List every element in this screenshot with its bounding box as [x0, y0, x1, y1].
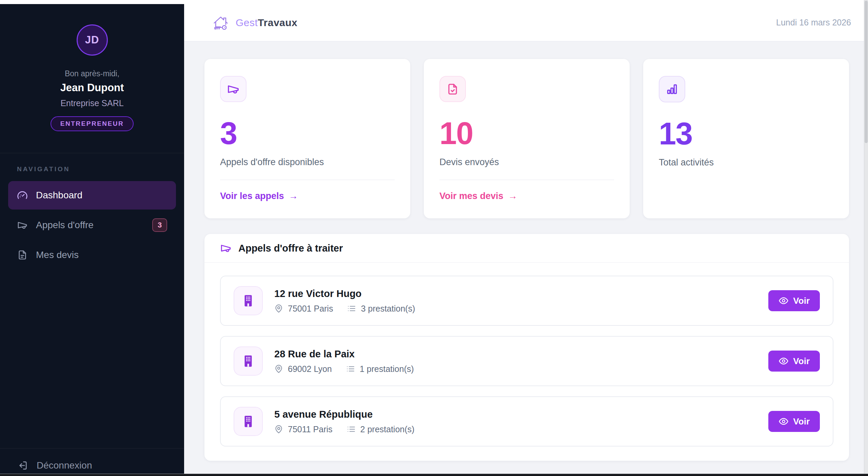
sidebar-nav: NAVIGATION Dashboard Appels d'offre 3 Me… — [0, 153, 184, 271]
voir-les-appels-link[interactable]: Voir les appels → — [220, 191, 395, 201]
user-name: Jean Dupont — [0, 82, 184, 94]
offer-info: 12 rue Victor Hugo 75001 Paris 3 prestat… — [274, 288, 415, 314]
stat-value: 13 — [659, 118, 833, 149]
sidebar-item-mes-devis[interactable]: Mes devis — [8, 241, 176, 269]
arrow-right-icon: → — [508, 191, 517, 201]
voir-button[interactable]: Voir — [768, 411, 820, 432]
nav-section-label: NAVIGATION — [17, 165, 176, 173]
offer-info: 5 avenue République 75011 Paris 2 presta… — [274, 409, 414, 434]
gauge-icon — [17, 190, 28, 201]
stat-link-label: Voir les appels — [220, 191, 284, 201]
offer-address: 12 rue Victor Hugo — [274, 288, 415, 299]
offer-item: 5 avenue République 75011 Paris 2 presta… — [220, 396, 833, 447]
stat-divider — [439, 180, 614, 180]
logout-label: Déconnexion — [37, 460, 92, 471]
offers-section-title: Appels d'offre à traiter — [238, 243, 343, 254]
list-icon — [347, 304, 356, 313]
voir-button-label: Voir — [793, 356, 810, 366]
eye-icon — [778, 356, 789, 366]
building-icon — [241, 354, 255, 368]
offer-icon-box — [234, 407, 263, 436]
eye-icon — [778, 416, 789, 427]
offer-meta: 75011 Paris 2 prestation(s) — [274, 424, 414, 434]
document-check-icon — [446, 83, 459, 96]
stat-link-label: Voir mes devis — [439, 191, 504, 201]
appels-count-badge: 3 — [152, 218, 167, 232]
eye-icon — [778, 296, 789, 306]
stat-label: Devis envoyés — [439, 157, 614, 167]
sidebar-item-label: Mes devis — [36, 250, 79, 260]
map-pin-icon — [274, 304, 283, 313]
offer-address: 28 Rue de la Paix — [274, 349, 414, 360]
offer-meta: 75001 Paris 3 prestation(s) — [274, 304, 415, 314]
building-icon — [241, 414, 255, 429]
stat-value: 3 — [220, 118, 395, 149]
offer-location: 75001 Paris — [288, 304, 333, 314]
dashboard-content: 3 Appels d'offre disponibles Voir les ap… — [184, 41, 864, 461]
offers-section: Appels d'offre à traiter 12 rue Victor H… — [204, 234, 849, 461]
offer-item: 12 rue Victor Hugo 75001 Paris 3 prestat… — [220, 276, 833, 326]
voir-button-label: Voir — [793, 416, 810, 427]
offer-info: 28 Rue de la Paix 69002 Lyon 1 prestatio… — [274, 349, 414, 374]
stat-card-devis-envoyes: 10 Devis envoyés Voir mes devis → — [424, 59, 630, 218]
brand-logo: GestTravaux — [211, 13, 297, 32]
offer-prestations: 3 prestation(s) — [361, 304, 415, 314]
brand-name-second: Travaux — [258, 17, 297, 28]
stat-card-total-activites: 13 Total activités — [643, 59, 849, 218]
sidebar-item-label: Appels d'offre — [36, 220, 94, 231]
app-window: JD Bon après-midi, Jean Dupont Entrepris… — [0, 0, 868, 476]
avatar-initials: JD — [85, 34, 99, 46]
map-pin-icon — [274, 364, 283, 373]
map-pin-icon — [274, 425, 283, 434]
voir-button[interactable]: Voir — [768, 290, 820, 311]
scrollbar-thumb[interactable] — [865, 1, 868, 143]
offer-meta: 69002 Lyon 1 prestation(s) — [274, 364, 414, 374]
bar-chart-icon — [666, 83, 678, 96]
stat-icon-box — [220, 76, 246, 102]
role-badge: ENTREPRENEUR — [51, 116, 134, 131]
greeting-text: Bon après-midi, — [0, 69, 184, 78]
company-name: Entreprise SARL — [0, 98, 184, 108]
offer-icon-box — [234, 346, 263, 376]
offer-location: 75011 Paris — [288, 424, 333, 434]
sidebar: JD Bon après-midi, Jean Dupont Entrepris… — [0, 4, 184, 474]
voir-button-label: Voir — [793, 296, 810, 306]
stats-row: 3 Appels d'offre disponibles Voir les ap… — [204, 59, 849, 218]
main-area: GestTravaux Lundi 16 mars 2026 3 Appels … — [184, 4, 864, 474]
stat-card-appels-disponibles: 3 Appels d'offre disponibles Voir les ap… — [204, 59, 410, 218]
vertical-scrollbar[interactable] — [864, 0, 868, 474]
sidebar-item-appels-doffre[interactable]: Appels d'offre 3 — [8, 211, 176, 239]
logout-icon — [18, 460, 28, 471]
voir-mes-devis-link[interactable]: Voir mes devis → — [439, 191, 614, 201]
stat-icon-box — [439, 76, 466, 102]
logout-button[interactable]: Déconnexion — [9, 460, 175, 471]
profile-block: JD Bon après-midi, Jean Dupont Entrepris… — [0, 4, 184, 131]
voir-button[interactable]: Voir — [768, 351, 820, 372]
megaphone-icon — [220, 242, 232, 254]
brand-name-first: Gest — [236, 17, 258, 28]
current-date: Lundi 16 mars 2026 — [776, 18, 851, 27]
megaphone-icon — [227, 83, 240, 96]
offers-section-header: Appels d'offre à traiter — [204, 234, 849, 263]
stat-label: Total activités — [659, 157, 833, 168]
sidebar-footer: Déconnexion — [0, 448, 184, 474]
document-icon — [17, 250, 28, 260]
offer-prestations: 2 prestation(s) — [360, 424, 415, 434]
window-bottom-edge — [0, 474, 868, 476]
stat-value: 10 — [439, 118, 614, 149]
brand-name: GestTravaux — [236, 17, 297, 28]
offer-location: 69002 Lyon — [288, 364, 332, 374]
sidebar-item-dashboard[interactable]: Dashboard — [8, 181, 176, 210]
avatar: JD — [77, 24, 108, 56]
top-header: GestTravaux Lundi 16 mars 2026 — [184, 4, 864, 41]
offer-icon-box — [234, 286, 263, 315]
offer-address: 5 avenue République — [274, 409, 414, 420]
stat-icon-box — [659, 76, 685, 102]
offers-list: 12 rue Victor Hugo 75001 Paris 3 prestat… — [204, 263, 849, 461]
sidebar-item-label: Dashboard — [36, 190, 82, 201]
house-key-icon — [211, 13, 230, 32]
offer-prestations: 1 prestation(s) — [360, 364, 414, 374]
offer-item: 28 Rue de la Paix 69002 Lyon 1 prestatio… — [220, 336, 833, 386]
megaphone-icon — [17, 220, 28, 231]
arrow-right-icon: → — [289, 191, 298, 201]
